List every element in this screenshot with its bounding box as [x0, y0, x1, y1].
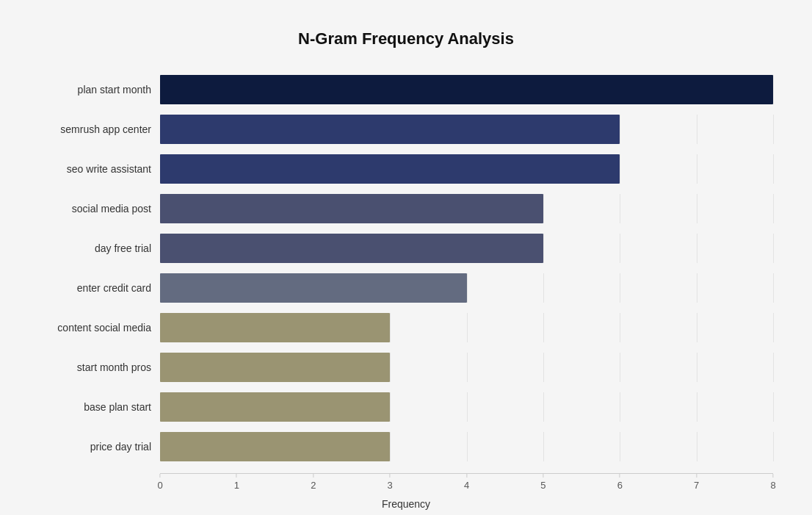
- bar-row: base plan start: [39, 388, 773, 426]
- x-tick-line: [313, 474, 313, 478]
- bar-row: content social media: [39, 309, 773, 347]
- bar-fill: [160, 75, 773, 104]
- x-tick-line: [466, 474, 467, 478]
- bar-fill: [160, 115, 620, 144]
- x-tick-label: 0: [157, 480, 162, 491]
- bar-fill: [160, 154, 620, 184]
- bar-label: enter credit card: [39, 282, 160, 294]
- bar-fill: [160, 234, 543, 263]
- bar-label: price day trial: [39, 441, 160, 453]
- bar-fill: [160, 392, 390, 422]
- bar-row: seo write assistant: [39, 150, 773, 188]
- x-tick: 0: [157, 474, 162, 491]
- x-tick-line: [696, 474, 697, 478]
- x-tick-label: 2: [311, 480, 316, 491]
- bar-row: social media post: [39, 190, 773, 228]
- x-tick-label: 5: [540, 480, 545, 491]
- x-tick-label: 7: [694, 480, 699, 491]
- x-tick: 5: [540, 474, 545, 491]
- x-axis: 012345678: [160, 473, 773, 495]
- bar-label: day free trial: [39, 242, 160, 254]
- bar-track: [160, 234, 773, 263]
- x-axis-container: 012345678: [39, 473, 773, 495]
- bar-fill: [160, 313, 390, 342]
- bar-row: plan start month: [39, 71, 773, 109]
- x-tick-line: [236, 474, 237, 478]
- bar-fill: [160, 194, 543, 223]
- bar-track: [160, 75, 773, 104]
- x-tick-label: 1: [234, 480, 239, 491]
- bars-wrapper: plan start monthsemrush app centerseo wr…: [39, 71, 773, 467]
- x-tick: 2: [311, 474, 316, 491]
- x-tick-line: [772, 474, 773, 478]
- bar-track: [160, 432, 773, 461]
- bar-fill: [160, 273, 467, 303]
- bar-label: base plan start: [39, 401, 160, 413]
- bar-fill: [160, 353, 390, 382]
- bar-label: content social media: [39, 322, 160, 334]
- bar-row: enter credit card: [39, 269, 773, 307]
- bar-row: day free trial: [39, 229, 773, 267]
- bar-track: [160, 273, 773, 303]
- bar-track: [160, 154, 773, 184]
- bar-track: [160, 392, 773, 422]
- bar-track: [160, 353, 773, 382]
- chart-title: N-Gram Frequency Analysis: [39, 29, 773, 48]
- x-tick-line: [159, 474, 160, 478]
- bar-track: [160, 194, 773, 223]
- bar-label: social media post: [39, 203, 160, 215]
- x-tick-line: [390, 474, 391, 478]
- bar-label: semrush app center: [39, 123, 160, 135]
- bar-track: [160, 115, 773, 144]
- x-tick: 4: [464, 474, 469, 491]
- x-tick-label: 6: [617, 480, 623, 491]
- bar-label: plan start month: [39, 84, 160, 96]
- x-tick: 7: [694, 474, 699, 491]
- x-tick-label: 4: [464, 480, 469, 491]
- bar-row: semrush app center: [39, 110, 773, 148]
- x-tick: 3: [388, 474, 393, 491]
- bar-row: start month pros: [39, 348, 773, 386]
- bar-fill: [160, 432, 390, 461]
- bar-label: seo write assistant: [39, 163, 160, 175]
- chart-area: plan start monthsemrush app centerseo wr…: [39, 71, 773, 467]
- x-tick: 8: [770, 474, 775, 491]
- x-axis-title: Frequency: [39, 498, 773, 510]
- x-tick-line: [543, 474, 543, 478]
- x-tick: 6: [617, 474, 623, 491]
- bar-label: start month pros: [39, 361, 160, 373]
- x-tick-label: 8: [770, 480, 775, 491]
- x-tick-line: [620, 474, 620, 478]
- chart-container: N-Gram Frequency Analysis plan start mon…: [17, 15, 795, 515]
- bar-track: [160, 313, 773, 342]
- bar-row: price day trial: [39, 428, 773, 466]
- x-tick-label: 3: [388, 480, 393, 491]
- x-axis-spacer: [39, 473, 160, 495]
- x-tick: 1: [234, 474, 239, 491]
